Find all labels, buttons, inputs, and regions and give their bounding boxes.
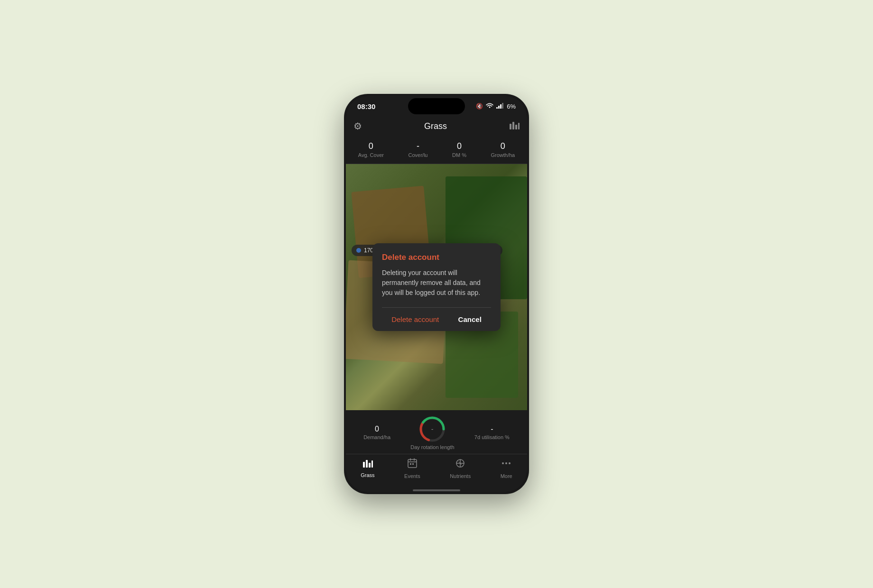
app-title: Grass [424,121,447,131]
svg-text:-: - [431,425,434,433]
more-nav-label: More [501,473,512,479]
bottom-nav: Grass Events [346,454,527,488]
svg-rect-21 [412,463,414,465]
demand-label: Demand/ha [363,434,390,440]
dm-value: 0 [457,141,462,151]
avg-cover-stat: 0 Avg. Cover [358,141,384,158]
avg-cover-label: Avg. Cover [358,152,384,158]
more-nav-icon [501,458,511,471]
battery-text: 6% [507,103,516,110]
nutrients-nav-icon [455,458,465,471]
status-icons: 🔇 6% [476,102,516,110]
dm-stat: 0 DM % [452,141,466,158]
nutrients-nav-label: Nutrients [450,473,471,479]
bottom-stats-row: 0 Demand/ha - [353,415,520,450]
grass-nav-icon [362,458,373,470]
svg-rect-14 [369,463,371,468]
events-nav-icon [407,458,418,471]
avg-cover-value: 0 [369,141,373,151]
dialog-title: Delete account [382,253,491,262]
svg-rect-7 [518,123,520,129]
demand-stat: 0 Demand/ha [363,425,390,440]
cover-lu-stat: - Cover/lu [408,141,427,158]
stats-row: 0 Avg. Cover - Cover/lu 0 DM % 0 Growth/… [346,138,527,164]
cover-lu-label: Cover/lu [408,152,427,158]
rotation-gauge-container: - Day rotation length [410,415,454,450]
delete-account-button[interactable]: Delete account [384,313,446,325]
svg-rect-20 [410,463,411,465]
map-area[interactable]: 1700kg/ha+ 1300-1700kg/ha 900-130 Delete… [346,164,527,410]
svg-rect-2 [500,104,502,109]
status-bar: 08:30 🔇 [346,96,527,117]
events-nav-label: Events [404,473,420,479]
svg-point-27 [505,462,507,464]
nav-events[interactable]: Events [404,458,420,479]
svg-rect-3 [502,103,503,109]
demand-value: 0 [375,425,379,433]
chart-icon[interactable] [509,121,520,132]
mute-icon: 🔇 [476,103,483,110]
delete-dialog: Delete account Deleting your account wil… [372,243,501,331]
svg-rect-12 [363,462,365,468]
settings-icon[interactable]: ⚙ [353,120,362,132]
growth-stat: 0 Growth/ha [491,141,515,158]
svg-rect-4 [510,124,511,129]
dm-label: DM % [452,152,466,158]
svg-rect-15 [371,460,373,468]
grass-nav-label: Grass [361,472,374,478]
signal-icon [496,103,504,110]
phone-frame: 08:30 🔇 [344,94,529,494]
rotation-gauge: - [418,415,446,443]
app-header: ⚙ Grass [346,117,527,138]
phone-screen: 08:30 🔇 [346,96,527,492]
svg-point-28 [509,462,511,464]
dynamic-island [408,98,465,114]
dialog-message: Deleting your account will permanently r… [382,268,491,298]
cover-lu-value: - [417,141,419,151]
status-time: 08:30 [357,102,375,110]
home-bar [413,489,460,491]
cancel-button[interactable]: Cancel [451,313,489,325]
utilisation-label: 7d utilisation % [474,434,510,440]
rotation-label: Day rotation length [410,444,454,450]
growth-value: 0 [501,141,505,151]
wifi-icon [486,102,493,110]
nav-more[interactable]: More [501,458,512,479]
svg-rect-13 [366,460,368,468]
dialog-actions: Delete account Cancel [382,307,491,331]
bottom-panel: 0 Demand/ha - [346,410,527,454]
svg-rect-1 [498,106,500,109]
svg-rect-5 [512,122,514,129]
utilisation-stat: - 7d utilisation % [474,425,510,440]
home-indicator [346,488,527,492]
nav-grass[interactable]: Grass [361,458,374,479]
svg-rect-0 [496,107,498,109]
svg-point-26 [502,462,504,464]
utilisation-value: - [491,425,493,433]
svg-rect-6 [515,125,517,129]
nav-nutrients[interactable]: Nutrients [450,458,471,479]
growth-label: Growth/ha [491,152,515,158]
dialog-overlay: Delete account Deleting your account wil… [346,164,527,410]
